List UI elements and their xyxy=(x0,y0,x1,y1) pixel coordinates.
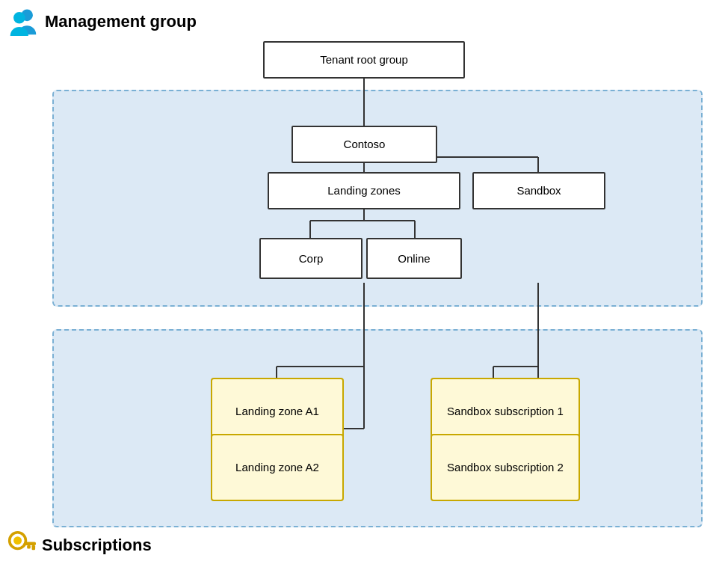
svg-point-23 xyxy=(13,536,22,545)
subscriptions-box xyxy=(52,329,703,527)
subscriptions-label: Subscriptions xyxy=(7,531,152,560)
online-node: Online xyxy=(366,238,462,279)
management-group-label: Management group xyxy=(7,7,197,36)
svg-rect-24 xyxy=(24,542,36,545)
tenant-root-node: Tenant root group xyxy=(263,41,465,79)
svg-rect-25 xyxy=(32,545,36,550)
sandbox-sub2-node: Sandbox subscription 2 xyxy=(431,434,580,501)
svg-rect-26 xyxy=(27,545,31,549)
diagram-container: Management group xyxy=(0,0,728,567)
management-group-text: Management group xyxy=(45,12,197,31)
landing-zones-node: Landing zones xyxy=(268,172,460,209)
subscriptions-text: Subscriptions xyxy=(42,536,152,555)
sandbox-node: Sandbox xyxy=(472,172,605,209)
corp-node: Corp xyxy=(259,238,363,279)
users-icon xyxy=(7,7,39,36)
contoso-node: Contoso xyxy=(291,126,437,163)
landing-zone-a2-node: Landing zone A2 xyxy=(211,434,344,501)
key-icon xyxy=(7,531,36,560)
svg-point-1 xyxy=(13,12,25,24)
